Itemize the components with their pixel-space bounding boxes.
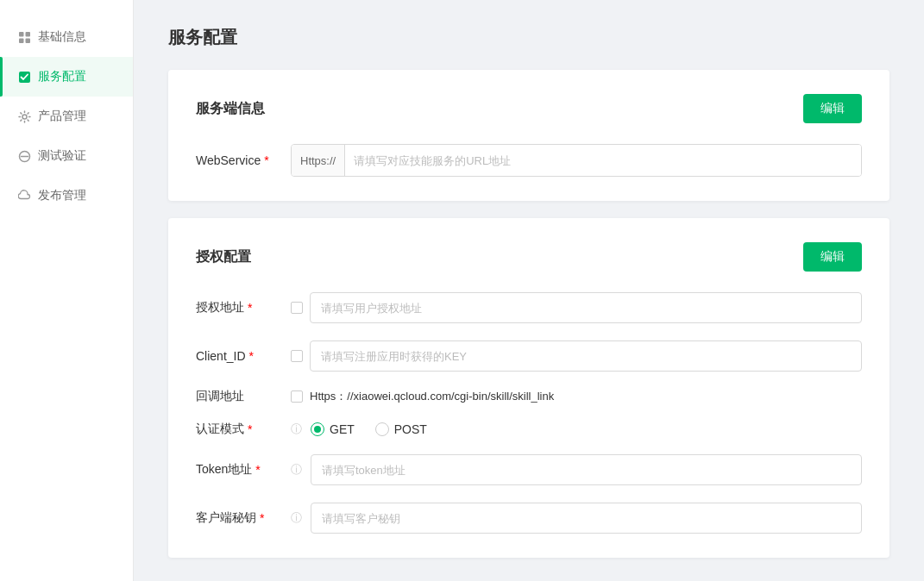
main-content: 服务配置 服务端信息 编辑 WebService * Https:// 授权配置… <box>134 0 924 581</box>
auth-mode-get-option[interactable]: GET <box>311 422 355 436</box>
client-secret-input[interactable] <box>311 503 862 534</box>
sidebar-item-product-mgmt[interactable]: 产品管理 <box>0 97 133 136</box>
server-info-card-header: 服务端信息 编辑 <box>196 94 862 123</box>
svg-rect-0 <box>19 32 24 37</box>
check-square-icon <box>17 70 31 84</box>
sidebar-item-basic-info[interactable]: 基础信息 <box>0 17 133 57</box>
get-radio-outer <box>311 422 324 436</box>
webservice-input-wrapper: Https:// <box>291 144 862 177</box>
sidebar-item-service-config[interactable]: 服务配置 <box>0 57 133 97</box>
sidebar-item-test-verify[interactable]: 测试验证 <box>0 136 133 176</box>
auth-config-card: 授权配置 编辑 授权地址 * Client_ID * 回调地址 <box>168 218 889 558</box>
get-radio-inner <box>314 426 321 433</box>
sidebar-label-basic-info: 基础信息 <box>38 29 86 45</box>
grid-icon <box>17 30 31 44</box>
token-url-label: Token地址 * <box>196 462 291 478</box>
svg-rect-3 <box>25 38 30 43</box>
auth-config-card-title: 授权配置 <box>196 248 251 266</box>
get-label: GET <box>330 422 355 436</box>
auth-url-checkbox[interactable] <box>291 302 303 314</box>
cloud-icon <box>17 189 31 203</box>
client-secret-label: 客户端秘钥 * <box>196 510 291 526</box>
sidebar-label-service-config: 服务配置 <box>38 69 86 84</box>
server-info-card-title: 服务端信息 <box>196 100 265 118</box>
auth-url-input[interactable] <box>310 292 862 323</box>
callback-url-row: 回调地址 Https：//xiaowei.qcloud.com/cgi-bin/… <box>196 389 862 404</box>
sidebar-item-publish-mgmt[interactable]: 发布管理 <box>0 176 133 216</box>
auth-config-card-header: 授权配置 编辑 <box>196 242 862 272</box>
sidebar-label-test-verify: 测试验证 <box>38 148 86 164</box>
token-url-row: Token地址 * ⓘ <box>196 454 862 485</box>
settings-icon <box>17 109 31 123</box>
webservice-field-row: WebService * Https:// <box>196 144 862 177</box>
auth-mode-radio-group: GET POST <box>311 422 427 436</box>
webservice-input[interactable] <box>345 145 861 176</box>
client-id-input[interactable] <box>310 340 862 372</box>
post-radio-outer <box>375 422 389 436</box>
client-id-label: Client_ID * <box>196 349 291 363</box>
auth-mode-info-icon[interactable]: ⓘ <box>291 422 302 437</box>
token-url-input[interactable] <box>311 454 862 485</box>
client-id-row: Client_ID * <box>196 340 862 372</box>
callback-url-value: Https：//xiaowei.qcloud.com/cgi-bin/skill… <box>310 389 554 404</box>
svg-rect-2 <box>19 38 24 43</box>
auth-config-edit-button[interactable]: 编辑 <box>803 242 862 272</box>
forbid-icon <box>17 149 31 163</box>
client-id-checkbox[interactable] <box>291 350 303 362</box>
callback-url-label: 回调地址 <box>196 389 291 404</box>
svg-rect-1 <box>25 32 30 37</box>
token-url-info-icon[interactable]: ⓘ <box>291 462 302 478</box>
client-secret-row: 客户端秘钥 * ⓘ <box>196 503 862 534</box>
server-info-edit-button[interactable]: 编辑 <box>803 94 862 123</box>
client-secret-info-icon[interactable]: ⓘ <box>291 510 302 526</box>
auth-mode-post-option[interactable]: POST <box>375 422 427 436</box>
auth-mode-row: 认证模式 * ⓘ GET POST <box>196 422 862 437</box>
auth-url-label: 授权地址 * <box>196 300 291 315</box>
auth-mode-label: 认证模式 * <box>196 422 291 437</box>
post-label: POST <box>394 422 427 436</box>
server-info-card: 服务端信息 编辑 WebService * Https:// <box>168 70 889 201</box>
callback-url-checkbox[interactable] <box>291 390 303 403</box>
sidebar: 基础信息 服务配置 产品管理 测试验证 <box>0 0 134 581</box>
webservice-label: WebService * <box>196 153 291 167</box>
sidebar-label-product-mgmt: 产品管理 <box>38 109 86 124</box>
webservice-prefix: Https:// <box>292 145 345 176</box>
auth-url-row: 授权地址 * <box>196 292 862 323</box>
svg-point-5 <box>22 115 27 119</box>
page-title: 服务配置 <box>168 26 889 49</box>
sidebar-label-publish-mgmt: 发布管理 <box>38 188 86 203</box>
